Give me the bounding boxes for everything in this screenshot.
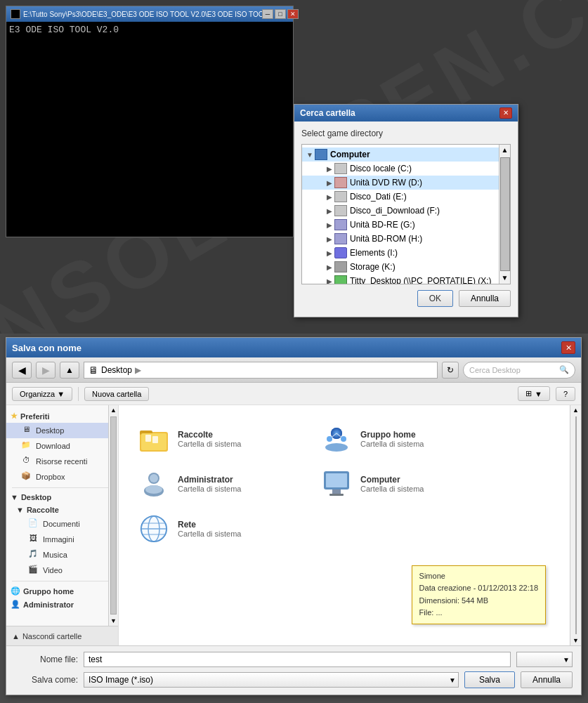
- nascondi-cartelle-button[interactable]: ▲ Nascondi cartelle: [6, 626, 119, 645]
- computer-icon: [315, 149, 327, 160]
- tree-item[interactable]: ▶ Unità DVD RW (D:): [302, 176, 499, 190]
- cerca-subtitle: Select game directory: [301, 129, 511, 138]
- svg-rect-4: [152, 436, 158, 443]
- cmd-close-btn[interactable]: ✕: [287, 9, 299, 19]
- nuova-cartella-button[interactable]: Nuova cartella: [84, 387, 149, 401]
- sidebar-item-documenti[interactable]: 📄 Documenti: [6, 516, 118, 532]
- sidebar-item-immagini[interactable]: 🖼 Immagini: [6, 532, 118, 547]
- tree-scrollbar[interactable]: ▲ ▼: [499, 145, 510, 284]
- sidebar-divider: [12, 487, 112, 488]
- sidebar-scroll-down[interactable]: ▼: [109, 616, 118, 626]
- salva-come-dropdown[interactable]: ISO Image (*.iso): [84, 672, 459, 688]
- admin-name: Administrator: [178, 475, 241, 485]
- sidebar-item-risorse[interactable]: ⏱ Risorse recenti: [6, 454, 118, 469]
- musica-label: Musica: [43, 551, 67, 559]
- main-scroll-thumb[interactable]: [575, 416, 577, 634]
- salva-close-btn[interactable]: ✕: [561, 341, 575, 354]
- cmd-maximize-btn[interactable]: □: [275, 9, 286, 19]
- cerca-title: Cerca cartella: [300, 108, 355, 118]
- sidebar-item-desktop[interactable]: 🖥 Desktop: [6, 423, 118, 438]
- tree-item[interactable]: ▶ Disco_Dati (E:): [302, 190, 499, 204]
- cerca-close-btn[interactable]: ✕: [499, 107, 512, 119]
- file-item-raccolte[interactable]: Raccolte Cartella di sistema: [130, 416, 313, 461]
- sidebar-desktop2-header[interactable]: ▼ Desktop: [6, 491, 118, 504]
- sidebar-raccolte-header[interactable]: ▼ Raccolte: [6, 504, 118, 516]
- scroll-down-btn[interactable]: ▼: [500, 272, 510, 284]
- cerca-tree-container: ▼ Computer ▶ Disco locale (C:) ▶ Unità D…: [301, 144, 511, 284]
- cerca-tree: ▼ Computer ▶ Disco locale (C:) ▶ Unità D…: [302, 145, 499, 284]
- main-scroll-down[interactable]: ▼: [571, 636, 580, 645]
- sidebar-scroll-thumb[interactable]: [110, 416, 117, 615]
- svg-rect-18: [332, 490, 341, 494]
- sidebar-item-download[interactable]: 📁 Download: [6, 438, 118, 454]
- help-icon: ?: [563, 390, 568, 398]
- tree-item[interactable]: ▶ Elements (I:): [302, 246, 499, 260]
- svg-rect-19: [329, 494, 344, 496]
- cerca-annulla-button[interactable]: Annulla: [459, 290, 511, 307]
- cmd-titlebar: E:\Tutto Sony\Ps3\ODE\E3_ODE\E3 ODE ISO …: [6, 6, 293, 22]
- refresh-button[interactable]: ↻: [442, 362, 459, 379]
- dropbox-label: Dropbox: [36, 473, 65, 481]
- main-scroll-up[interactable]: ▲: [571, 405, 580, 415]
- file-item-rete[interactable]: Rete Cartella di sistema: [130, 506, 313, 551]
- sidebar-divider2: [12, 581, 112, 582]
- cerca-ok-button[interactable]: OK: [417, 290, 453, 307]
- cmd-line1: E3 ODE ISO TOOL V2.0: [9, 25, 290, 35]
- documenti-icon: 📄: [26, 518, 40, 530]
- tree-root[interactable]: ▼ Computer: [302, 147, 499, 162]
- svg-rect-17: [326, 473, 347, 487]
- file-item-gruppo[interactable]: Gruppo home Cartella di sistema: [313, 416, 495, 461]
- scroll-up-btn[interactable]: ▲: [500, 145, 510, 156]
- forward-button[interactable]: ▶: [36, 362, 55, 379]
- nome-file-dropdown[interactable]: [516, 652, 573, 667]
- help-button[interactable]: ?: [556, 387, 575, 401]
- rete-type: Cartella di sistema: [178, 530, 241, 538]
- scroll-thumb[interactable]: [500, 157, 510, 271]
- search-icon: 🔍: [559, 365, 569, 374]
- admin-big-icon: [137, 467, 171, 501]
- sidebar-gruppo-home[interactable]: 🌐 Gruppo home: [6, 584, 118, 598]
- tree-item[interactable]: ▶ Storage (K:): [302, 260, 499, 274]
- view-toggle-btn[interactable]: ⊞ ▼: [518, 386, 550, 401]
- view-arrow: ▼: [535, 390, 542, 398]
- sidebar-administrator[interactable]: 👤 Administrator: [6, 598, 118, 611]
- view-icon: ⊞: [525, 389, 532, 398]
- hdd-icon: [334, 205, 347, 216]
- back-button[interactable]: ◀: [12, 362, 32, 379]
- computer-big-icon: [320, 467, 353, 501]
- salva-button[interactable]: Salva: [464, 671, 515, 688]
- tree-item[interactable]: ▶ Disco locale (C:): [302, 162, 499, 176]
- admin-type: Cartella di sistema: [178, 485, 241, 493]
- tree-item[interactable]: ▶ Unità BD-RE (G:): [302, 218, 499, 232]
- download-label: Download: [36, 442, 70, 450]
- sidebar-scrollbar[interactable]: ▲ ▼: [108, 405, 118, 626]
- computer-name: Computer: [360, 475, 424, 485]
- nome-file-input[interactable]: [84, 652, 511, 667]
- tree-item[interactable]: ▶ Disco_di_Download (F:): [302, 204, 499, 218]
- gruppo-label: Gruppo home: [23, 587, 74, 596]
- desktop2-expand-icon: ▼: [11, 493, 18, 501]
- search-placeholder: Cerca Desktop: [469, 366, 521, 374]
- cmd-minimize-btn[interactable]: ─: [262, 9, 273, 19]
- sidebar-item-dropbox[interactable]: 📦 Dropbox: [6, 469, 118, 485]
- file-item-admin[interactable]: Administrator Cartella di sistema: [130, 461, 313, 506]
- search-box[interactable]: Cerca Desktop 🔍: [463, 362, 575, 379]
- admin-icon: 👤: [11, 600, 20, 609]
- up-button[interactable]: ▲: [60, 362, 79, 379]
- salva-window: Salva con nome ✕ ◀ ▶ ▲ 🖥 Desktop ▶ ↻ Cer…: [6, 337, 582, 695]
- dvd-icon: [334, 177, 347, 188]
- sidebar-item-musica[interactable]: 🎵 Musica: [6, 547, 118, 563]
- tree-item[interactable]: ▶ Unità BD-ROM (H:): [302, 232, 499, 246]
- path-box[interactable]: 🖥 Desktop ▶: [84, 362, 438, 379]
- tree-item[interactable]: ▶ Titty_Desktop (\\PC_PORTATILE) (X:): [302, 274, 499, 284]
- file-item-computer[interactable]: Computer Cartella di sistema: [313, 461, 495, 506]
- sidebar-preferiti-header[interactable]: ★ Preferiti: [6, 409, 118, 423]
- sidebar-item-video[interactable]: 🎬 Video: [6, 563, 118, 578]
- path-separator: ▶: [135, 365, 141, 375]
- salva-bottom-bar: Nome file: ▼ Salva come: ISO Image (*.is…: [6, 645, 581, 695]
- salva-annulla-button[interactable]: Annulla: [521, 671, 573, 688]
- raccolte-label: Raccolte: [27, 506, 59, 514]
- main-scrollbar[interactable]: ▲ ▼: [570, 405, 581, 645]
- sidebar-scroll-up[interactable]: ▲: [109, 405, 118, 415]
- organizza-button[interactable]: Organizza ▼: [12, 387, 72, 401]
